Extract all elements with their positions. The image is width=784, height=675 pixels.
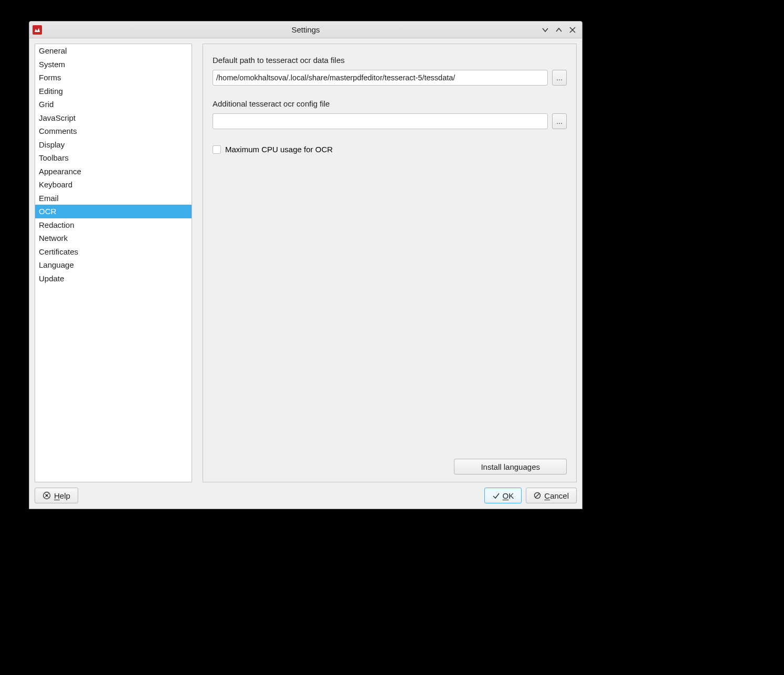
help-icon [43, 491, 51, 500]
help-label-first: H [54, 491, 60, 500]
close-button[interactable] [568, 26, 577, 34]
help-button[interactable]: Help [35, 488, 78, 503]
sidebar-item-email[interactable]: Email [35, 192, 192, 205]
ocr-panel: Default path to tesseract ocr data files… [203, 44, 577, 482]
sidebar-item-forms[interactable]: Forms [35, 71, 192, 85]
main-row: GeneralSystemFormsEditingGridJavaScriptC… [35, 44, 577, 482]
sidebar-item-certificates[interactable]: Certificates [35, 245, 192, 259]
tessdata-browse-button[interactable]: ... [552, 70, 567, 86]
window-controls [541, 26, 582, 34]
cancel-icon [534, 492, 541, 499]
cancel-button[interactable]: Cancel [526, 488, 577, 503]
max-cpu-row[interactable]: Maximum CPU usage for OCR [213, 145, 567, 154]
sidebar-item-language[interactable]: Language [35, 258, 192, 272]
sidebar-item-toolbars[interactable]: Toolbars [35, 151, 192, 165]
tessdata-path-input[interactable] [213, 70, 548, 86]
sidebar-item-update[interactable]: Update [35, 272, 192, 286]
tessdata-path-row: ... [213, 70, 567, 86]
sidebar-item-grid[interactable]: Grid [35, 98, 192, 111]
app-icon [33, 25, 42, 35]
svg-line-3 [535, 493, 539, 498]
cancel-label-rest: ancel [550, 491, 569, 500]
config-file-input[interactable] [213, 113, 548, 129]
sidebar-item-appearance[interactable]: Appearance [35, 165, 192, 178]
window-title: Settings [29, 25, 582, 34]
sidebar-item-ocr[interactable]: OCR [35, 205, 192, 218]
settings-window: Settings GeneralSystemFormsEditingGridJa… [29, 21, 582, 509]
dialog-footer: Help OK Cancel [35, 488, 577, 503]
sidebar-item-redaction[interactable]: Redaction [35, 218, 192, 232]
maximize-button[interactable] [555, 26, 563, 34]
sidebar-item-system[interactable]: System [35, 58, 192, 71]
tessdata-path-label: Default path to tesseract ocr data files [213, 56, 567, 65]
config-file-label: Additional tesseract ocr config file [213, 99, 567, 108]
minimize-button[interactable] [541, 26, 549, 34]
cancel-label-first: C [544, 491, 550, 500]
sidebar-item-display[interactable]: Display [35, 138, 192, 152]
config-browse-button[interactable]: ... [552, 113, 567, 129]
max-cpu-checkbox[interactable] [213, 145, 221, 154]
sidebar-item-comments[interactable]: Comments [35, 124, 192, 138]
ok-button[interactable]: OK [484, 488, 522, 503]
help-label-rest: elp [60, 491, 70, 500]
ok-label-first: O [503, 491, 509, 500]
dialog-body: GeneralSystemFormsEditingGridJavaScriptC… [29, 38, 582, 509]
sidebar-item-javascript[interactable]: JavaScript [35, 111, 192, 125]
max-cpu-label: Maximum CPU usage for OCR [225, 145, 333, 154]
config-file-row: ... [213, 113, 567, 129]
install-languages-button[interactable]: Install languages [454, 459, 567, 474]
sidebar-item-keyboard[interactable]: Keyboard [35, 178, 192, 192]
titlebar: Settings [29, 22, 582, 38]
sidebar-item-editing[interactable]: Editing [35, 85, 192, 98]
category-list[interactable]: GeneralSystemFormsEditingGridJavaScriptC… [35, 44, 192, 482]
sidebar-item-general[interactable]: General [35, 44, 192, 58]
ok-label-rest: K [508, 491, 514, 500]
check-icon [492, 492, 500, 499]
sidebar-item-network[interactable]: Network [35, 231, 192, 245]
